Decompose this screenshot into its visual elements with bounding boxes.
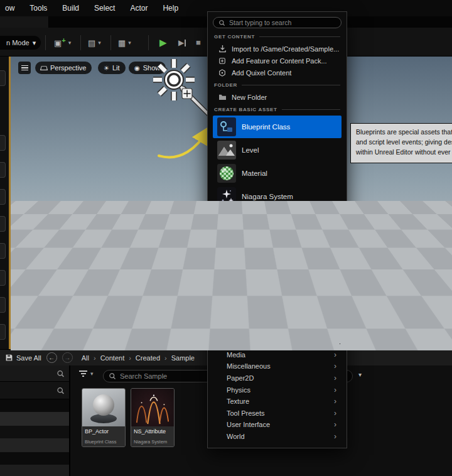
side-panel-chip[interactable] [0, 189, 6, 205]
menu-help[interactable]: Help [163, 4, 178, 13]
asset-name: NS_Attribute [134, 428, 171, 435]
search-icon[interactable] [56, 386, 65, 394]
chevron-down-icon: ▾ [98, 40, 101, 46]
filters-button[interactable]: ▾ [79, 371, 94, 377]
menu-item-level[interactable]: Level [213, 139, 342, 161]
lit-dropdown[interactable]: ☀ Lit [98, 62, 126, 74]
menu-search-input[interactable] [229, 19, 336, 26]
menu-item-animation[interactable]: Animation› [213, 220, 342, 232]
side-panel-chip[interactable] [0, 70, 6, 86]
skip-button[interactable]: ▶ [178, 36, 186, 50]
grid-icon: ▦ [118, 38, 126, 48]
stop-button[interactable]: ■ [196, 36, 201, 50]
side-panel-chip[interactable] [0, 297, 6, 313]
chevron-down-icon: ▾ [128, 40, 131, 46]
chevron-right-icon: › [334, 234, 336, 242]
side-panel-chip[interactable] [0, 270, 6, 286]
menu-item-material[interactable]: Material [213, 162, 342, 185]
play-button[interactable]: ▶ [159, 36, 167, 50]
breadcrumb-sample[interactable]: Sample [171, 354, 195, 362]
eye-icon: ◉ [134, 65, 140, 72]
material-icon [217, 164, 236, 183]
menu-item-add-quixel[interactable]: Add Quixel Content [213, 67, 342, 78]
breadcrumb-content[interactable]: Content [100, 354, 125, 362]
add-content-button[interactable]: ▣+ ▾ [54, 36, 71, 50]
side-panel-chip[interactable] [0, 324, 6, 340]
breadcrumb-all[interactable]: All [82, 354, 89, 362]
menu-item-new-folder[interactable]: New Folder [213, 91, 342, 103]
menu-item-texture[interactable]: Texture› [213, 396, 342, 408]
menu-item-world[interactable]: World› [213, 431, 342, 443]
section-create-advanced-asset: CREATE ADVANCED ASSET [214, 210, 340, 219]
unreal-editor-window: ow Tools Build Select Actor Help n Mode … [0, 0, 452, 476]
cinematics-button[interactable]: ▦ ▾ [118, 36, 131, 50]
list-item[interactable] [0, 438, 69, 452]
list-item[interactable] [0, 452, 69, 465]
menu-item-foliage[interactable]: Foliage› [213, 291, 342, 303]
menu-actor[interactable]: Actor [130, 4, 148, 13]
view-options-chevron[interactable]: ▾ [358, 371, 362, 378]
chevron-right-icon: › [334, 409, 336, 418]
menu-item-blueprint[interactable]: Blueprint› [213, 256, 342, 268]
menu-item-blueprint-class[interactable]: Blueprint Class [213, 116, 342, 138]
forward-button[interactable]: → [62, 352, 73, 363]
menu-item-tool-presets[interactable]: Tool Presets› [213, 408, 342, 419]
menu-item-editor-utilities[interactable]: Editor Utilities› [213, 279, 342, 291]
filters-header[interactable] [0, 382, 69, 399]
menu-item-fx[interactable]: FX› [213, 302, 342, 314]
list-item[interactable] [0, 426, 69, 438]
search-icon[interactable] [56, 369, 65, 377]
section-create-basic-asset: CREATE BASIC ASSET [214, 105, 340, 114]
level-tab[interactable] [0, 16, 49, 28]
viewport-options-button[interactable] [18, 62, 31, 74]
blueprints-button[interactable]: ▤ ▾ [88, 36, 101, 50]
side-panel-chip[interactable] [0, 135, 6, 151]
menu-item-material-advanced[interactable]: Material› [213, 337, 342, 349]
asset-name: BP_Actor [85, 428, 122, 435]
menu-item-artificial-intelligence[interactable]: Artificial Intelligence› [213, 232, 342, 244]
menu-item-miscellaneous[interactable]: Miscellaneous› [213, 360, 342, 372]
menu-item-import[interactable]: Import to /Game/Created/Sample... [213, 43, 342, 55]
menu-select[interactable]: Select [94, 4, 115, 13]
list-item[interactable] [0, 399, 69, 412]
breadcrumb: All › Content › Created › Sample [82, 354, 195, 362]
perspective-icon [40, 66, 48, 70]
list-item[interactable] [0, 465, 69, 476]
asset-tile-ns-attribute[interactable]: NS_Attribute Niagara System [131, 388, 175, 447]
side-panel-chip[interactable] [0, 216, 6, 232]
menu-item-physics[interactable]: Physics› [213, 384, 342, 396]
asset-tile-bp-actor[interactable]: BP_Actor Blueprint Class [82, 388, 126, 447]
side-panel-chip[interactable] [0, 162, 6, 178]
chevron-right-icon: › [334, 292, 336, 301]
chevron-right-icon: › [334, 315, 336, 324]
sources-header[interactable] [0, 365, 69, 382]
search-icon [109, 372, 116, 380]
selection-mode-dropdown[interactable]: n Mode ▾ [0, 36, 41, 50]
content-browser-sources-panel [0, 365, 70, 476]
side-panel-chip[interactable] [0, 243, 6, 259]
chevron-right-icon: › [334, 374, 336, 382]
chevron-right-icon: › [334, 338, 336, 347]
ns-attribute-thumbnail [131, 389, 174, 426]
menu-item-niagara-system[interactable]: Niagara System [213, 185, 342, 208]
list-item[interactable] [0, 412, 69, 426]
blueprint-class-icon [217, 117, 236, 136]
move-tool-icon [182, 89, 192, 99]
asset-type: Niagara System [134, 439, 171, 445]
menu-window[interactable]: ow [5, 4, 14, 13]
breadcrumb-created[interactable]: Created [136, 354, 160, 362]
menu-item-paper2d[interactable]: Paper2D› [213, 372, 342, 384]
menu-item-media[interactable]: Media› [213, 349, 342, 361]
menu-item-user-interface[interactable]: User Interface› [213, 419, 342, 431]
perspective-dropdown[interactable]: Perspective [35, 62, 92, 74]
save-all-button[interactable]: Save All [5, 354, 41, 362]
menu-tools[interactable]: Tools [30, 4, 47, 13]
back-button[interactable]: ← [46, 352, 57, 363]
menu-item-cinematics[interactable]: Cinematics› [213, 267, 342, 279]
menu-item-add-feature[interactable]: Add Feature or Content Pack... [213, 55, 342, 67]
menu-item-gameplay[interactable]: Gameplay› [213, 314, 342, 326]
chevron-right-icon: › [94, 354, 96, 362]
menu-item-input[interactable]: Input› [213, 325, 342, 337]
menu-item-audio[interactable]: Audio› [213, 244, 342, 256]
menu-build[interactable]: Build [62, 4, 79, 13]
